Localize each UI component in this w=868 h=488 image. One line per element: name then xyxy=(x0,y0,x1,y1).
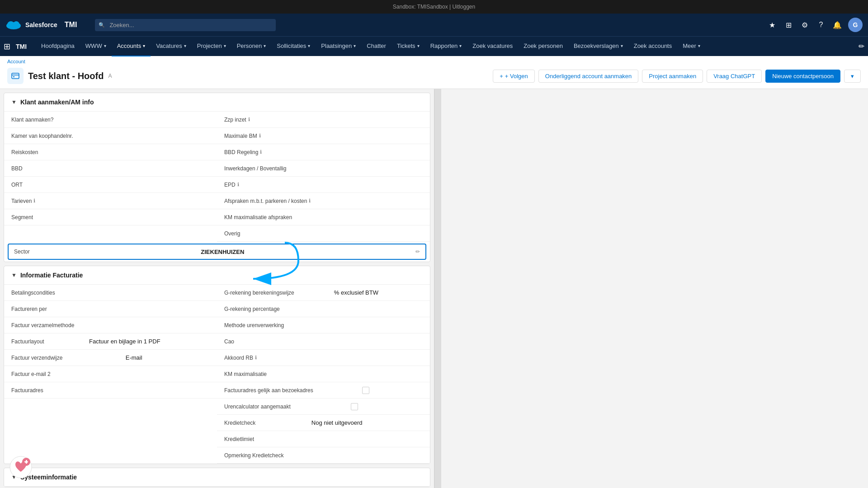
follow-button[interactable]: + + Volgen xyxy=(493,70,535,83)
field-akkoord-rb: Akkoord RB ℹ ✏ xyxy=(217,350,430,366)
account-svg-icon xyxy=(11,71,20,80)
field-label-km-maximalisatie: KM maximalisatie xyxy=(224,371,267,377)
project-button[interactable]: Project aanmaken xyxy=(642,70,703,83)
nav-item-tickets[interactable]: Tickets ▾ xyxy=(392,37,425,56)
help-icon[interactable]: ? xyxy=(816,19,826,30)
avatar[interactable]: G xyxy=(848,18,863,32)
urencalculator-checkbox[interactable] xyxy=(351,403,358,410)
field-label-km-max: KM maximalisatie afspraken xyxy=(224,214,292,221)
notification-icon[interactable]: 🔔 xyxy=(832,19,843,30)
tarieven-info-icon[interactable]: ℹ xyxy=(33,198,35,204)
field-label-epd: EPD xyxy=(224,182,236,188)
edit-nav-icon[interactable]: ✏ xyxy=(859,42,864,51)
page-title-row: Test klant - Hoofd A + + Volgen Onderlig… xyxy=(7,65,861,89)
epd-info-icon[interactable]: ℹ xyxy=(237,182,239,188)
field-label-max-bm: Maximale BM xyxy=(224,133,257,139)
nav-item-www[interactable]: WWW ▾ xyxy=(80,37,112,56)
setup-icon[interactable]: ⚙ xyxy=(799,19,810,30)
field-urenverwerking: Methode urenverwerking ✏ xyxy=(217,317,430,333)
field-max-bm: Maximale BM ℹ ✏ xyxy=(217,128,430,144)
factuuradres-gelijk-checkbox[interactable] xyxy=(362,387,369,394)
field-factuuradres-gelijk: Factuuradres gelijk aan bezoekadres ✏ xyxy=(217,382,430,399)
nav-item-plaatsingen[interactable]: Plaatsingen ▾ xyxy=(316,37,361,56)
onderliggend-button[interactable]: Onderliggend account aanmaken xyxy=(538,70,639,83)
nav-item-bezoekverslagen[interactable]: Bezoekverslagen ▾ xyxy=(568,37,628,56)
max-bm-info-icon[interactable]: ℹ xyxy=(259,133,261,139)
svg-rect-3 xyxy=(12,73,19,79)
nav-item-zoek-personen[interactable]: Zoek personen xyxy=(518,37,568,56)
bbd-regeling-info-icon[interactable]: ℹ xyxy=(260,149,262,155)
nav-item-vacatures[interactable]: Vacatures ▾ xyxy=(151,37,192,56)
nav-item-zoek-accounts[interactable]: Zoek accounts xyxy=(628,37,678,56)
akkoord-rb-info-icon[interactable]: ℹ xyxy=(255,355,257,361)
cloud-logo-icon xyxy=(5,19,22,30)
field-urencalculator: Urencalculator aangemaakt ✏ xyxy=(217,399,430,415)
nav-item-personen[interactable]: Personen ▾ xyxy=(231,37,272,56)
field-label-segment: Segment xyxy=(11,214,33,221)
field-klant-aanmaken: Klant aanmaken? ✏ xyxy=(4,112,217,128)
breadcrumb[interactable]: Account xyxy=(7,56,861,65)
favorites-icon[interactable]: ★ xyxy=(767,19,778,30)
chatgpt-button[interactable]: Vraag ChatGPT xyxy=(707,70,762,83)
page-subtitle: A xyxy=(108,73,112,79)
field-email2: Factuur e-mail 2 ✏ xyxy=(4,366,217,382)
field-label-grek-percentage: G-rekening percentage xyxy=(224,306,280,312)
nav-item-accounts[interactable]: Accounts ▾ xyxy=(112,37,151,56)
zzp-info-icon[interactable]: ℹ xyxy=(248,117,250,122)
follow-label: + Volgen xyxy=(505,73,528,80)
nav-item-projecten[interactable]: Projecten ▾ xyxy=(192,37,231,56)
facturatie-left-col: Betalingscondities ✏ Factureren per ✏ Fa… xyxy=(4,285,217,464)
klant-right-col: Zzp inzet ℹ ✏ Maximale BM ℹ ✏ xyxy=(217,112,430,242)
field-overig: Overig ✏ xyxy=(217,225,430,242)
field-factuurlayout: Factuurlayout Factuur en bijlage in 1 PD… xyxy=(4,333,217,350)
field-label-sector: Sector xyxy=(14,249,30,255)
apps-icon[interactable]: ⊞ xyxy=(783,19,794,30)
field-bbd: BBD ✏ xyxy=(4,160,217,177)
app-name: TMI xyxy=(16,43,27,50)
field-label-kredietlimiet: Kredietlimiet xyxy=(224,436,254,442)
field-label-verzamelmethode: Factuur verzamelmethode xyxy=(11,322,74,328)
field-label-urencalculator: Urencalculator aangemaakt xyxy=(224,404,291,410)
field-label-tarieven: Tarieven xyxy=(11,198,32,204)
heart-badge[interactable]: 4 xyxy=(9,455,33,479)
edit-sector-icon[interactable]: ✏ xyxy=(415,249,420,255)
nav-item-rapporten[interactable]: Rapporten ▾ xyxy=(425,37,467,56)
nav-item-zoek-vacatures[interactable]: Zoek vacatures xyxy=(467,37,518,56)
field-factuuradres: Factuuradres ✏ xyxy=(4,382,217,399)
nav-item-meer[interactable]: Meer ▾ xyxy=(677,37,706,56)
facturatie-section-header[interactable]: ▼ Informatie Facturatie xyxy=(4,266,430,285)
field-label-kredietcheck: Kredietcheck xyxy=(224,420,255,426)
field-factureren-per: Factureren per ✏ xyxy=(4,301,217,317)
field-value-verzendwijze: E-mail xyxy=(126,354,142,361)
nav-item-chatter[interactable]: Chatter xyxy=(361,37,392,56)
systeem-section: ▼ Systeeminformatie xyxy=(4,468,430,487)
field-label-klant-aanmaken: Klant aanmaken? xyxy=(11,117,53,123)
field-label-factuuradres: Factuuradres xyxy=(11,387,43,394)
more-actions-button[interactable]: ▾ xyxy=(844,70,861,83)
nav-bar: Salesforce TMI ★ ⊞ ⚙ ? 🔔 G xyxy=(0,14,868,36)
content-area: ▼ Klant aanmaken/AM info Klant aanmaken?… xyxy=(0,89,434,488)
klant-left-col: Klant aanmaken? ✏ Kamer van koophandelnr… xyxy=(4,112,217,242)
uitloggen-link[interactable]: Uitloggen xyxy=(452,4,475,10)
nav-item-sollicitaties[interactable]: Sollicitaties ▾ xyxy=(271,37,316,56)
parkeren-info-icon[interactable]: ℹ xyxy=(309,198,311,204)
systeem-section-header[interactable]: ▼ Systeeminformatie xyxy=(4,468,430,487)
field-value-sector: ZIEKENHUIZEN xyxy=(201,249,244,255)
klant-section-header[interactable]: ▼ Klant aanmaken/AM info xyxy=(4,93,430,112)
tmi-text: TMI xyxy=(65,21,77,29)
contactpersoon-button[interactable]: Nieuwe contactpersoon xyxy=(765,70,840,83)
sandbox-text: Sandbox: TMISandbox | xyxy=(393,4,451,10)
search-bar[interactable] xyxy=(95,19,276,31)
top-bar: Sandbox: TMISandbox | Uitloggen xyxy=(0,0,868,14)
search-input[interactable] xyxy=(95,19,276,31)
nav-item-hoofdpagina[interactable]: Hoofdpagina xyxy=(36,37,80,56)
sector-field-highlighted: Sector ZIEKENHUIZEN ✏ xyxy=(8,244,426,260)
field-label-bbd-regeling: BBD Regeling xyxy=(224,149,258,155)
field-kredietcheck: Kredietcheck Nog niet uitgevoerd ✏ xyxy=(217,415,430,431)
grid-icon[interactable]: ⊞ xyxy=(4,42,10,52)
klant-fields-grid: Klant aanmaken? ✏ Kamer van koophandelnr… xyxy=(4,112,430,242)
field-label-grek-berekeningswijze: G-rekening berekeningswijze xyxy=(224,290,294,296)
field-reiskosten: Reiskosten ✏ xyxy=(4,144,217,160)
heart-badge-icon: 4 xyxy=(9,455,33,479)
field-kvk: Kamer van koophandelnr. ✏ xyxy=(4,128,217,144)
